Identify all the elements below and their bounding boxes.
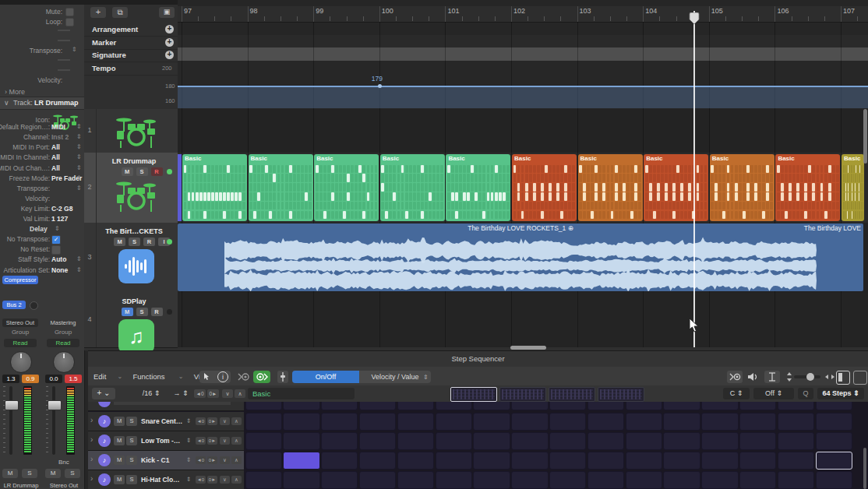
row-disclosure-icon[interactable]: › (90, 474, 93, 483)
step-cell[interactable] (473, 432, 510, 450)
global-track-add-icon[interactable]: + (165, 51, 174, 59)
track-param-stepper[interactable]: ⇕ (76, 164, 82, 171)
region-param-stepper[interactable]: ⇕ (72, 46, 77, 53)
track-param-value[interactable]: MIDI (51, 123, 65, 131)
row-expand-button[interactable]: ∧ (231, 417, 242, 425)
step-cell[interactable] (778, 432, 814, 450)
step-cell[interactable] (436, 471, 472, 489)
step-cell[interactable] (587, 402, 624, 410)
step-cell[interactable] (397, 413, 434, 431)
track-input-monitor-dot[interactable] (167, 239, 172, 244)
zoom-slider[interactable] (794, 375, 820, 378)
row-nudge-left-button[interactable]: ◄0 (196, 456, 206, 464)
step-cell[interactable] (245, 452, 282, 470)
step-cell[interactable] (321, 413, 358, 431)
row-mute-button[interactable]: M (114, 475, 125, 484)
sequencer-row-header[interactable]: ›♪MSKick - C1⇕◄00►∨∧ (88, 451, 244, 470)
edit-mode-button[interactable] (277, 371, 288, 383)
track-inspector-header[interactable]: ∨Track:LR Drummap (0, 97, 84, 110)
step-cell[interactable] (701, 413, 738, 431)
region-param-checkbox[interactable] (65, 8, 74, 16)
step-cell[interactable] (245, 413, 282, 431)
step-cell[interactable] (245, 471, 282, 489)
row-mute-button[interactable]: M (114, 417, 125, 426)
track-input-monitor-dot[interactable] (167, 169, 172, 174)
step-cell[interactable] (359, 452, 396, 470)
nudge-right-button[interactable]: 0► (207, 389, 219, 398)
step-cell[interactable] (778, 402, 814, 410)
step-cell[interactable] (626, 452, 662, 470)
global-track-row[interactable]: Signature+ (84, 49, 178, 62)
pattern-region[interactable]: Basic (578, 154, 643, 221)
global-track-row[interactable]: Arrangement+ (84, 23, 178, 37)
track-header[interactable]: 2LR DrummapMSR (84, 153, 178, 223)
pattern-length-select[interactable]: 64 Steps ⇕ (817, 388, 864, 399)
group-slot-label[interactable]: Group (44, 329, 82, 336)
step-cell[interactable] (587, 413, 624, 431)
pattern-region[interactable]: Basic (512, 154, 577, 221)
step-cell[interactable] (663, 471, 700, 489)
step-cell[interactable] (321, 402, 358, 410)
track-param-value[interactable]: Auto (51, 255, 66, 263)
track-param-value[interactable]: Inst 2 (51, 133, 69, 141)
step-cell[interactable] (511, 413, 548, 431)
step-cell[interactable] (549, 413, 586, 431)
track-r-button[interactable]: R (151, 308, 163, 316)
row-solo-button[interactable]: S (126, 417, 137, 426)
track-param-stepper[interactable]: ⇕ (76, 255, 82, 262)
row-name[interactable]: Snare Cent… (141, 417, 182, 425)
bar-ruler[interactable]: 979899100101102103104105106107 (178, 6, 868, 23)
output-slot-chip[interactable]: Stereo Out (2, 318, 38, 327)
automation-mode-chip[interactable]: Read (4, 339, 37, 347)
row-nudge-right-button[interactable]: 0► (207, 476, 217, 484)
step-record-right-icon[interactable] (727, 371, 743, 383)
track-param-value[interactable]: All (51, 153, 60, 161)
send-slot-chip[interactable]: Bus 2 (2, 301, 26, 309)
strip-solo-button[interactable]: S (22, 469, 37, 478)
automation-mode-chip[interactable]: Read (47, 339, 79, 347)
duplicate-track-button[interactable]: ⧉ (112, 7, 128, 18)
step-cell[interactable] (359, 413, 396, 431)
track-header-config-button[interactable]: ▣ (159, 7, 175, 18)
step-cell[interactable] (701, 471, 738, 489)
pan-knob[interactable] (10, 351, 32, 373)
add-track-button[interactable]: + (90, 7, 106, 18)
track-m-button[interactable]: M (122, 308, 133, 316)
output-slot-chip[interactable]: Mastering (45, 318, 81, 327)
midi-in-toggle[interactable] (253, 371, 270, 383)
playhead-line[interactable] (693, 11, 695, 347)
track-param-checkbox[interactable] (51, 245, 61, 255)
audio-region[interactable]: The Birthday LOVE ROCKETS_1 ⊕The Birthda… (178, 223, 863, 291)
step-cell-active[interactable] (283, 452, 319, 470)
step-cell[interactable] (778, 471, 814, 489)
fader-track[interactable] (9, 386, 12, 455)
step-cell[interactable] (397, 432, 434, 450)
row-expand-button[interactable]: ∧ (231, 456, 242, 464)
rows-collapse-button[interactable]: ∨ (222, 389, 233, 398)
row-name[interactable]: Hi-Hat Clo… (141, 476, 180, 484)
pattern-chip[interactable] (549, 387, 595, 402)
step-cell[interactable] (321, 432, 358, 450)
row-nudge-left-button[interactable]: ◄0 (196, 476, 206, 484)
step-cell[interactable] (397, 402, 434, 410)
step-cell[interactable] (739, 402, 776, 410)
track-param-value[interactable]: All (51, 143, 60, 151)
step-cell[interactable] (283, 413, 319, 431)
pan-knob[interactable] (53, 351, 75, 373)
row-collapse-button[interactable]: ∨ (220, 437, 230, 445)
horizontal-scrollbar[interactable] (510, 346, 546, 350)
step-cell[interactable] (816, 452, 852, 470)
track-param-value[interactable]: C-2 G8 (51, 205, 72, 213)
track-param-stepper[interactable]: ⇕ (76, 143, 82, 150)
step-cell[interactable] (739, 413, 776, 431)
text-cursor-icon[interactable] (764, 371, 780, 383)
sequencer-row-header[interactable]: ›♪MSLow Tom -…⇕◄00►∨∧ (88, 431, 244, 451)
step-cell[interactable] (701, 402, 738, 410)
menu-edit[interactable]: Edit (94, 371, 106, 382)
send-knob[interactable] (30, 301, 38, 310)
row-name[interactable]: Kick - C1 (141, 456, 169, 464)
level-value-box[interactable]: 0.9 (22, 375, 39, 383)
row-disclosure-icon[interactable]: › (90, 435, 93, 444)
step-record-icon[interactable] (238, 372, 250, 382)
row-mute-button[interactable]: M (114, 436, 125, 445)
